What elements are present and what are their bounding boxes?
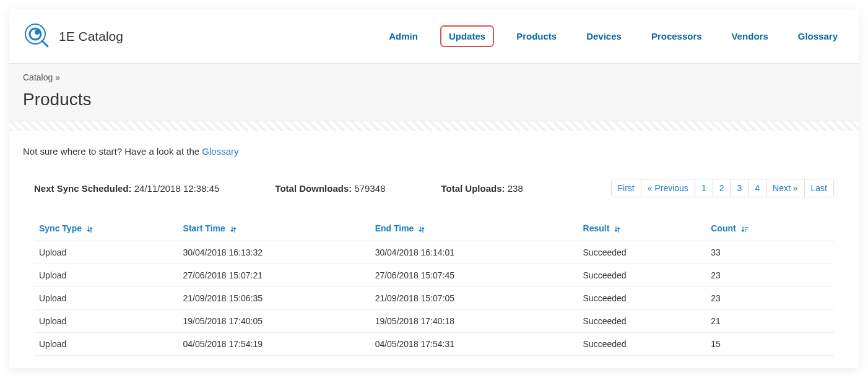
cell-count: 21 xyxy=(706,310,834,333)
pagination: First « Previous 1 2 3 4 Next » Last xyxy=(611,179,835,197)
table-row: Upload 19/05/2018 17:40:05 19/05/2018 17… xyxy=(34,310,834,333)
cell-end: 19/05/2018 17:40:18 xyxy=(370,310,578,333)
cell-end: 30/04/2018 16:14:01 xyxy=(370,241,578,264)
col-end-time-label: End Time xyxy=(375,223,414,233)
glossary-link[interactable]: Glossary xyxy=(202,146,238,157)
col-start-time-label: Start Time xyxy=(183,223,225,233)
page-2[interactable]: 2 xyxy=(713,179,731,197)
stat-next-sync-label: Next Sync Scheduled: xyxy=(34,183,132,194)
info-bar-text: Not sure where to start? Have a look at … xyxy=(23,146,202,157)
table-row: Upload 30/04/2018 16:13:32 30/04/2018 16… xyxy=(34,241,834,264)
data-table: Sync Type Start Time xyxy=(34,216,834,356)
nav-devices[interactable]: Devices xyxy=(579,27,629,46)
svg-point-1 xyxy=(30,28,41,40)
sort-icon xyxy=(87,225,93,233)
nav-processors[interactable]: Processors xyxy=(644,27,710,46)
cell-sync-type: Upload xyxy=(34,310,178,333)
stat-total-uploads-label: Total Uploads: xyxy=(441,183,505,194)
cell-end: 21/09/2018 15:07:05 xyxy=(370,287,578,310)
sort-desc-icon xyxy=(741,225,749,233)
page-4[interactable]: 4 xyxy=(748,179,766,197)
page-prev[interactable]: « Previous xyxy=(641,179,695,197)
cell-result: Succeeded xyxy=(578,241,706,264)
cell-count: 23 xyxy=(706,264,834,287)
stats-row: Next Sync Scheduled: 24/11/2018 12:38:45… xyxy=(34,171,834,206)
top-nav: Admin Updates Products Devices Processor… xyxy=(381,25,845,47)
cell-result: Succeeded xyxy=(578,287,706,310)
page-next[interactable]: Next » xyxy=(766,179,804,197)
nav-products[interactable]: Products xyxy=(509,27,564,46)
cell-result: Succeeded xyxy=(578,333,706,356)
stat-next-sync-value: 24/11/2018 12:38:45 xyxy=(134,183,220,194)
sort-icon xyxy=(614,225,620,233)
stat-total-downloads-label: Total Downloads: xyxy=(275,183,352,194)
stat-total-downloads: Total Downloads: 579348 xyxy=(275,183,385,194)
col-end-time[interactable]: End Time xyxy=(370,216,578,241)
col-count[interactable]: Count xyxy=(706,216,834,241)
nav-admin[interactable]: Admin xyxy=(381,27,425,46)
pattern-band xyxy=(9,121,859,131)
nav-updates[interactable]: Updates xyxy=(440,25,494,47)
cell-start: 27/06/2018 15:07:21 xyxy=(178,264,370,287)
cell-sync-type: Upload xyxy=(34,264,178,287)
brand-title: 1E Catalog xyxy=(59,29,123,44)
table-row: Upload 04/05/2018 17:54:19 04/05/2018 17… xyxy=(34,333,834,356)
table-row: Upload 27/06/2018 15:07:21 27/06/2018 15… xyxy=(34,264,834,287)
cell-start: 30/04/2018 16:13:32 xyxy=(178,241,370,264)
table-row: Upload 21/09/2018 15:06:35 21/09/2018 15… xyxy=(34,287,834,310)
cell-sync-type: Upload xyxy=(34,287,178,310)
logo-icon xyxy=(23,22,50,51)
cell-sync-type: Upload xyxy=(34,333,178,356)
page-last[interactable]: Last xyxy=(804,179,833,197)
nav-glossary[interactable]: Glossary xyxy=(791,27,845,46)
page-3[interactable]: 3 xyxy=(730,179,748,197)
breadcrumb[interactable]: Catalog » xyxy=(23,72,845,82)
col-result-label: Result xyxy=(583,223,610,233)
sort-icon xyxy=(230,225,237,233)
col-sync-type-label: Sync Type xyxy=(39,223,82,233)
cell-start: 19/05/2018 17:40:05 xyxy=(178,310,370,333)
cell-result: Succeeded xyxy=(578,264,706,287)
cell-count: 15 xyxy=(706,333,834,356)
breadcrumb-area: Catalog » Products xyxy=(9,64,859,121)
svg-point-2 xyxy=(35,30,40,35)
stat-next-sync: Next Sync Scheduled: 24/11/2018 12:38:45 xyxy=(34,183,219,194)
stat-total-downloads-value: 579348 xyxy=(354,183,385,194)
sort-icon xyxy=(419,225,425,233)
cell-result: Succeeded xyxy=(578,310,706,333)
col-result[interactable]: Result xyxy=(578,216,706,241)
cell-end: 04/05/2018 17:54:31 xyxy=(370,333,578,356)
col-count-label: Count xyxy=(711,223,736,233)
stat-total-uploads: Total Uploads: 238 xyxy=(441,183,523,194)
nav-vendors[interactable]: Vendors xyxy=(724,27,776,46)
cell-start: 21/09/2018 15:06:35 xyxy=(178,287,370,310)
col-sync-type[interactable]: Sync Type xyxy=(34,216,178,241)
info-bar: Not sure where to start? Have a look at … xyxy=(9,131,859,171)
stat-total-uploads-value: 238 xyxy=(508,183,523,194)
cell-sync-type: Upload xyxy=(34,241,178,264)
col-start-time[interactable]: Start Time xyxy=(178,216,370,241)
cell-end: 27/06/2018 15:07:45 xyxy=(370,264,578,287)
brand: 1E Catalog xyxy=(23,22,123,51)
page-title: Products xyxy=(23,90,845,110)
page-1[interactable]: 1 xyxy=(695,179,713,197)
svg-line-3 xyxy=(42,41,48,46)
header: 1E Catalog Admin Updates Products Device… xyxy=(9,9,859,64)
cell-count: 33 xyxy=(706,241,834,264)
cell-start: 04/05/2018 17:54:19 xyxy=(178,333,370,356)
cell-count: 23 xyxy=(706,287,834,310)
page-first[interactable]: First xyxy=(612,179,641,197)
